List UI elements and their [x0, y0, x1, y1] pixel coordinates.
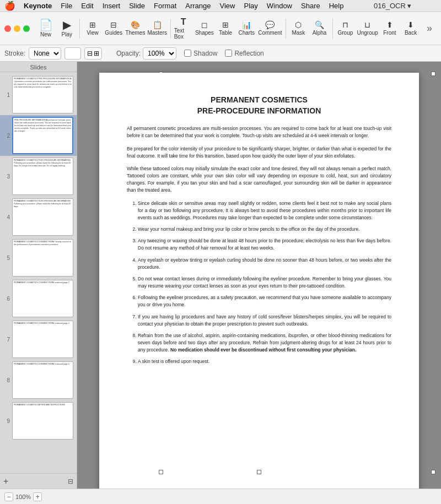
separator-3 — [286, 19, 286, 39]
handle-tr[interactable] — [431, 72, 435, 76]
toolbar-overflow[interactable]: » — [422, 20, 437, 36]
slide-item-6[interactable]: 6 PERMANENT COSMETICS CONSENT FORM conti… — [0, 278, 77, 319]
slide-item-7[interactable]: 7 PERMANENT COSMETICS CONSENT FORM conti… — [0, 319, 77, 360]
slide-item-4[interactable]: 4 PERMANENT COSMETICS POST-PROCEDURE INF… — [0, 197, 77, 237]
separator-1 — [79, 19, 80, 39]
comment-label: Comment — [258, 30, 282, 36]
slide-preview-1: PERMANENT COSMETICS PRE-PROCEDURE INFORM… — [14, 78, 72, 89]
slide-thumb-9: PERMANENT COSMETICS AFTERCARE INSTRUCTIO… — [12, 402, 73, 440]
stroke-width-control[interactable]: ⊟ ⊞ — [84, 47, 102, 59]
opacity-label: Opacity: — [116, 50, 141, 57]
textbox-label: Text Box — [174, 28, 193, 40]
slide-thumb-4: PERMANENT COSMETICS POST-PROCEDURE INFOR… — [12, 198, 73, 236]
menu-format[interactable]: Format — [150, 1, 180, 10]
textbox-button[interactable]: T Text Box — [174, 14, 193, 43]
fullscreen-button[interactable] — [23, 25, 30, 32]
table-icon: ⊞ — [222, 21, 229, 29]
alpha-button[interactable]: 🔍 Alpha — [310, 14, 329, 43]
list-item-5: Do not wear contact lenses during or imm… — [138, 275, 391, 290]
front-button[interactable]: ⬆ Front — [380, 14, 399, 43]
themes-label: Themes — [125, 30, 145, 36]
opacity-select[interactable]: 100% — [143, 47, 176, 59]
mask-button[interactable]: ⬡ Mask — [289, 14, 308, 43]
main-toolbar: 📄 New ▶ Play ⊞ View ⊟ Guides 🎨 Themes 📋 … — [0, 12, 441, 45]
front-label: Front — [383, 30, 396, 36]
list-item-2: Wear your normal makeup and bring your l… — [138, 226, 391, 233]
charts-icon: 📊 — [242, 21, 251, 29]
menu-share[interactable]: Share — [297, 1, 324, 10]
list-item-4: Any eyelash or eyebrow tinting or eyelas… — [138, 257, 391, 271]
zoom-value: 100% — [15, 494, 31, 500]
menu-view[interactable]: View — [216, 1, 239, 10]
play-button[interactable]: ▶ Play — [57, 14, 76, 43]
slides-panel: Slides 1 PERMANENT COSMETICS PRE-PROCEDU… — [0, 62, 77, 489]
slide-number-4: 4 — [3, 214, 10, 220]
zoom-out-button[interactable]: − — [4, 492, 13, 501]
handle-bm[interactable] — [257, 470, 261, 474]
menu-keynote[interactable]: Keynote — [20, 1, 56, 10]
separator-4 — [332, 19, 333, 39]
handle-br[interactable] — [431, 470, 435, 474]
menu-arrange[interactable]: Arrange — [181, 1, 214, 10]
menu-help[interactable]: Help — [325, 1, 348, 10]
group-label: Group — [338, 30, 353, 36]
menu-edit[interactable]: Edit — [77, 1, 97, 10]
slide-preview-6: PERMANENT COSMETICS CONSENT FORM continu… — [14, 281, 69, 284]
slide-thumb-1: PERMANENT COSMETICS PRE-PROCEDURE INFORM… — [12, 76, 73, 113]
slide-item-3[interactable]: 3 PERMANENT COSMETICS POST-PROCEDURE INF… — [0, 156, 77, 197]
shapes-button[interactable]: ◻ Shapes — [195, 14, 214, 43]
slide-number-2: 2 — [3, 133, 10, 139]
table-button[interactable]: ⊞ Table — [216, 14, 235, 43]
view-label: View — [87, 30, 99, 36]
slide-item-5[interactable]: 5 PERMANENT COSMETICS CONSENT FORM I her… — [0, 237, 77, 278]
slide-preview-9: PERMANENT COSMETICS AFTERCARE INSTRUCTIO… — [14, 404, 65, 407]
themes-button[interactable]: 🎨 Themes — [125, 14, 145, 43]
slide-item-8[interactable]: 8 PERMANENT COSMETICS CONSENT FORM conti… — [0, 360, 77, 400]
menu-file[interactable]: File — [57, 1, 76, 10]
shadow-area: Shadow — [184, 50, 217, 57]
slide-item-2[interactable]: 2 PRE-PROCEDURE INFORMATION All permanen… — [0, 115, 77, 156]
charts-button[interactable]: 📊 Charts — [237, 14, 256, 43]
add-slide-button[interactable]: + — [3, 477, 8, 486]
guides-button[interactable]: ⊟ Guides — [104, 14, 123, 43]
alpha-icon: 🔍 — [315, 21, 324, 29]
slide-thumb-2: PRE-PROCEDURE INFORMATION All permanent … — [12, 117, 73, 154]
menu-play[interactable]: Play — [240, 1, 261, 10]
menu-window[interactable]: Window — [263, 1, 296, 10]
slide-title: PERMANENT COSMETICS PRE-PROCEDURE INFORM… — [127, 95, 391, 116]
reflection-label: Reflection — [234, 50, 263, 57]
close-button[interactable] — [4, 25, 11, 32]
stroke-width-icon2: ⊞ — [94, 50, 99, 57]
new-icon: 📄 — [39, 19, 53, 30]
handle-bl[interactable] — [159, 470, 163, 474]
slide-thumb-6: PERMANENT COSMETICS CONSENT FORM continu… — [12, 280, 73, 317]
procedure-list: Since delicate skin or sensitive areas m… — [138, 200, 391, 366]
zoom-control: − 100% + — [4, 492, 42, 501]
slide-number-5: 5 — [3, 255, 10, 261]
new-button[interactable]: 📄 New — [36, 14, 55, 43]
stroke-color-swatch[interactable] — [64, 47, 81, 59]
reflection-checkbox[interactable] — [225, 50, 232, 57]
apple-menu[interactable]: 🍎 — [4, 1, 15, 11]
slide-item-9[interactable]: 9 PERMANENT COSMETICS AFTERCARE INSTRUCT… — [0, 400, 77, 441]
format-toolbar: Stroke: None ⊟ ⊞ Opacity: 100% Shadow Re… — [0, 45, 441, 62]
separator-2 — [170, 19, 171, 39]
menu-slide[interactable]: Slide — [125, 1, 149, 10]
slides-collapse-button[interactable]: ⊟ — [68, 478, 73, 485]
shadow-checkbox[interactable] — [184, 50, 191, 57]
ungroup-button[interactable]: ⊔ Ungroup — [357, 14, 378, 43]
slide-preview-2: PRE-PROCEDURE INFORMATION All permanent … — [14, 119, 71, 132]
back-button[interactable]: ⬇ Back — [401, 14, 420, 43]
masters-button[interactable]: 📋 Masters — [147, 14, 167, 43]
slide-preview-3: PERMANENT COSMETICS POST-PROCEDURE INFOR… — [14, 159, 72, 167]
slide-preview-7: PERMANENT COSMETICS CONSENT FORM continu… — [14, 322, 69, 325]
slide-number-7: 7 — [3, 337, 10, 343]
comment-button[interactable]: 💬 Comment — [258, 14, 282, 43]
slide-item-1[interactable]: 1 PERMANENT COSMETICS PRE-PROCEDURE INFO… — [0, 74, 77, 115]
group-button[interactable]: ⊓ Group — [336, 14, 354, 43]
zoom-in-button[interactable]: + — [33, 492, 42, 501]
minimize-button[interactable] — [14, 25, 20, 32]
view-button[interactable]: ⊞ View — [83, 14, 102, 43]
stroke-select[interactable]: None — [29, 47, 61, 59]
menu-insert[interactable]: Insert — [99, 1, 125, 10]
